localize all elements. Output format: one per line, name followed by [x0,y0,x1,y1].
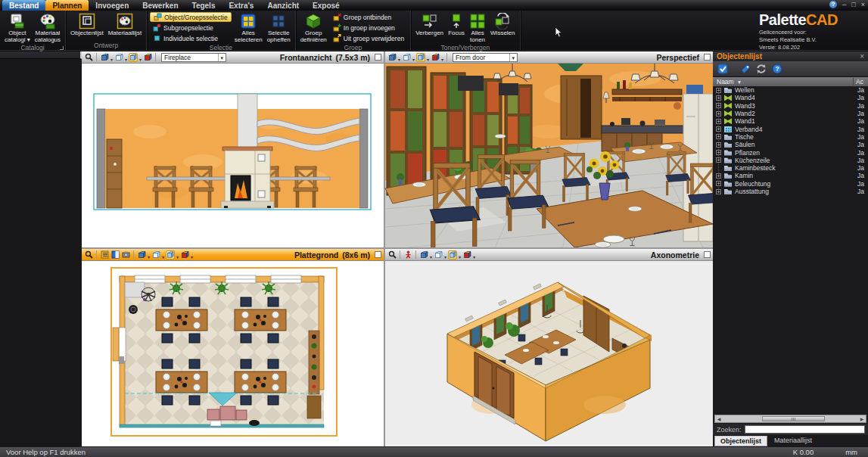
camera-preset-select[interactable]: From door [453,53,518,62]
scroll-right-icon[interactable]: ▶ [858,416,866,421]
restore-button[interactable]: □ [851,1,855,8]
viewport-maximize-checkbox[interactable] [704,251,711,258]
left-dock-header[interactable] [0,51,82,59]
viewport-maximize-checkbox[interactable] [375,251,381,258]
menu-expose[interactable]: Exposé [306,0,347,11]
wireframe-view-icon[interactable] [419,250,428,260]
camera-preset-select[interactable]: Fireplace [161,53,226,62]
tree-row[interactable]: +KüchenzeileJa [713,157,868,164]
menu-extras[interactable]: Extra's [222,0,260,11]
expand-icon[interactable]: + [716,157,721,163]
wireframe-view-icon[interactable] [100,53,109,62]
individual-selection-button[interactable]: Individuele selectie [150,33,232,43]
subgroup-selection-button[interactable]: Subgroepselectie [150,23,232,33]
minimize-button[interactable]: – [842,1,846,8]
tree-row[interactable]: +Wand2Ja [713,110,868,117]
textured-view-icon[interactable] [462,250,471,260]
tree-row[interactable]: +AusstattungJa [713,188,868,195]
viewport-maximize-checkbox[interactable] [375,54,381,61]
viewport-maximize-checkbox[interactable] [704,54,711,61]
camera-icon[interactable] [121,250,130,260]
dialog-launcher-icon[interactable] [60,46,64,50]
expand-icon[interactable]: + [716,111,721,117]
close-icon[interactable]: × [860,52,864,61]
tree-row[interactable]: KaminbesteckJa [713,164,868,172]
solid-view-icon[interactable] [129,53,138,62]
multi-select-icon[interactable] [717,64,729,74]
expand-icon[interactable]: + [716,150,721,155]
hidden-line-view-icon[interactable] [402,53,411,62]
expand-icon[interactable]: + [716,134,721,139]
column-actief[interactable]: Ac [853,78,864,85]
tree-row[interactable]: +Wand4Ja [713,94,868,101]
tree-row[interactable]: +Wand1Ja [713,117,868,125]
tree-row[interactable]: +TischeJa [713,133,868,141]
tab-objectenlijst[interactable]: Objectenlijst [714,436,767,446]
tree-row[interactable]: +BeleuchtungJa [713,180,868,188]
clear-selection-button[interactable]: Selectieopheffen [266,12,292,44]
horizontal-scrollbar[interactable]: ◀ ▶ [714,415,866,423]
insert-into-group-button[interactable]: In groep invoegen [330,23,407,33]
scrollbar-thumb[interactable] [762,416,826,421]
expand-icon[interactable]: + [716,189,721,194]
textured-view-icon[interactable] [431,53,440,62]
focus-button[interactable]: Focus [446,12,466,44]
viewport-perspective-canvas[interactable] [385,64,713,247]
close-button[interactable]: × [861,1,865,8]
materiallist-button[interactable]: Materiaallijst [107,12,143,42]
menu-plannen[interactable]: Plannen [45,0,89,11]
zoom-tool-icon[interactable] [84,53,93,62]
tree-row[interactable]: +WellenJa [713,86,868,94]
object-list-column-header[interactable]: Naam ▼ Ac [713,77,868,86]
remove-from-group-button[interactable]: Uit groep verwijderen [330,33,407,43]
viewport-front-canvas[interactable] [82,64,384,247]
walkthrough-icon[interactable] [403,250,412,260]
solid-view-icon[interactable] [416,53,425,62]
expand-icon[interactable]: + [716,119,721,124]
expand-icon[interactable]: + [716,173,721,179]
menu-invoegen[interactable]: Invoegen [89,0,135,11]
tree-row[interactable]: +PflanzenJa [713,148,868,156]
swap-button[interactable]: Wisselen [489,12,516,44]
expand-icon[interactable]: + [716,126,721,132]
expand-icon[interactable]: + [716,88,721,93]
help-icon[interactable]: ? [829,1,837,8]
viewport-plan-canvas[interactable] [82,261,384,446]
menu-aanzicht[interactable]: Aanzicht [260,0,306,11]
menu-bestand[interactable]: Bestand [2,0,45,11]
refresh-icon[interactable] [755,64,767,74]
help-icon[interactable]: ? [772,64,782,74]
scroll-left-icon[interactable]: ◀ [715,416,723,421]
zoom-tool-icon[interactable] [387,250,397,260]
textured-view-icon[interactable] [143,53,152,62]
show-all-button[interactable]: Allestonen [468,12,487,44]
menu-tegels[interactable]: Tegels [185,0,222,11]
chevron-down-icon[interactable] [733,62,736,76]
hide-button[interactable]: Verbergen [414,12,445,44]
ungroup-button[interactable]: Groep ontbinden [330,12,407,22]
wireframe-view-icon[interactable] [137,250,146,260]
expand-icon[interactable]: + [716,181,721,186]
wireframe-view-icon[interactable] [387,53,397,62]
textured-view-icon[interactable] [180,250,189,260]
define-group-button[interactable]: Groepdefiniëren [299,12,328,44]
tab-materiaallijst[interactable]: Materiaallijst [769,436,817,446]
search-input[interactable] [745,425,865,434]
expand-icon[interactable]: + [716,142,721,148]
hidden-line-view-icon[interactable] [434,250,443,260]
tree-row[interactable]: +Verband4Ja [713,125,868,132]
solid-view-icon[interactable] [448,250,457,260]
list-icon[interactable] [100,250,109,260]
object-groups-selection-button[interactable]: Object/Groepsselectie [150,12,232,22]
hidden-line-view-icon[interactable] [151,250,160,260]
expand-icon[interactable]: + [716,103,721,108]
object-catalog-button[interactable]: Objectcatalogi ▾ [3,12,32,44]
column-naam[interactable]: Naam [717,78,734,85]
zoom-tool-icon[interactable] [84,250,93,260]
panel-icon[interactable] [110,250,120,260]
tag-icon[interactable] [740,64,751,74]
objectlist-button[interactable]: Objectenlijst [69,12,105,42]
solid-view-icon[interactable] [166,250,175,260]
tree-row[interactable]: +SäulenJa [713,141,868,148]
hidden-line-view-icon[interactable] [114,53,123,62]
